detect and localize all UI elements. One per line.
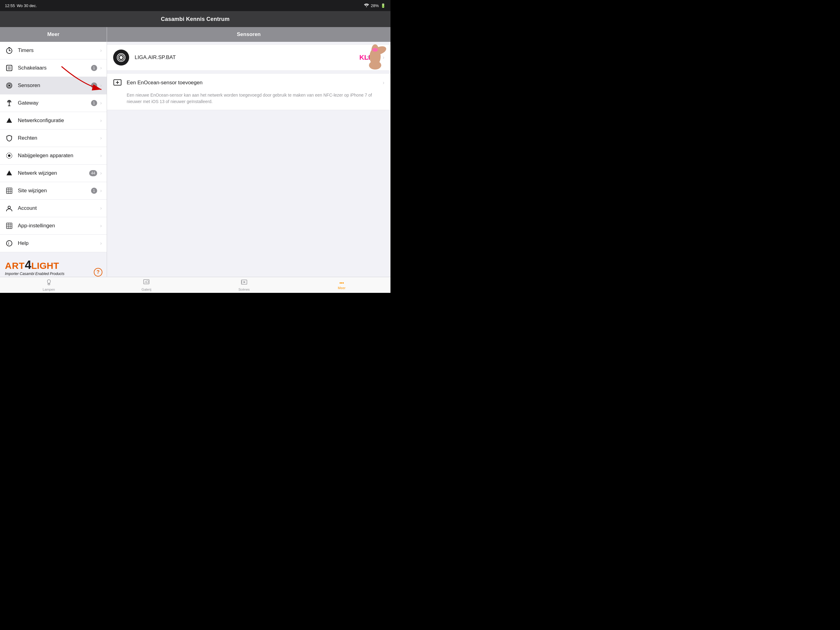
site-wijzigen-chevron: › bbox=[100, 188, 102, 193]
site-wijzigen-label: Site wijzigen bbox=[18, 188, 91, 194]
svg-rect-47 bbox=[146, 281, 148, 283]
svg-point-0 bbox=[366, 6, 367, 7]
logo: ART4LIGHT bbox=[5, 258, 102, 272]
add-sensor-icon bbox=[113, 78, 122, 87]
battery-icon: 🔋 bbox=[381, 3, 385, 8]
sidebar-item-sensoren[interactable]: Sensoren 1 › bbox=[0, 77, 107, 95]
add-sensor-label: Een EnOcean-sensor toevoegen bbox=[127, 80, 383, 86]
tab-galerij-label: Galerij bbox=[141, 288, 151, 291]
sensor-lux: 173 lux bbox=[364, 55, 379, 60]
tab-scenes-label: Scènes bbox=[238, 288, 249, 291]
tab-lampen[interactable]: Lampen bbox=[0, 279, 98, 291]
netwerkconfiguratie-label: Netwerkconfiguratie bbox=[18, 117, 99, 123]
site-wijzigen-icon bbox=[5, 187, 14, 195]
content-body: LIGA.AIR.SP.BAT 173 lux › KLIK bbox=[107, 42, 390, 277]
sensor-name: LIGA.AIR.SP.BAT bbox=[135, 54, 364, 60]
sidebar-group-1: Timers › Schakelaars 1 bbox=[0, 42, 107, 147]
sidebar-header: Meer bbox=[0, 27, 107, 42]
sensor-card-wrapper: LIGA.AIR.SP.BAT 173 lux › KLIK bbox=[107, 44, 390, 71]
help-question-icon[interactable]: ? bbox=[94, 268, 103, 277]
app-instellingen-icon bbox=[5, 222, 14, 230]
sidebar-item-account[interactable]: Account › bbox=[0, 199, 107, 217]
svg-point-15 bbox=[8, 154, 11, 157]
svg-point-8 bbox=[8, 85, 10, 86]
content-header: Sensoren bbox=[107, 27, 390, 42]
sensor-chevron: › bbox=[383, 55, 384, 60]
timers-icon bbox=[5, 46, 14, 55]
sidebar-item-app-instellingen[interactable]: App-instellingen › bbox=[0, 217, 107, 235]
netwerk-wijzigen-badge: 44 bbox=[89, 170, 97, 176]
content-area: Sensoren LIGA.AIR.SP.BAT 173 lu bbox=[107, 27, 390, 277]
rechten-chevron: › bbox=[100, 135, 102, 141]
sensoren-icon bbox=[5, 81, 14, 90]
schakelaars-badge: 1 bbox=[91, 65, 97, 71]
netwerk-wijzigen-label: Netwerk wijzigen bbox=[18, 170, 89, 176]
sidebar-item-help[interactable]: i Help › bbox=[0, 235, 107, 252]
gateway-icon bbox=[5, 99, 14, 108]
help-label: Help bbox=[18, 240, 99, 246]
svg-rect-5 bbox=[6, 65, 12, 71]
help-icon: i bbox=[5, 239, 14, 248]
nabijgelegen-label: Nabijgelegen apparaten bbox=[18, 153, 99, 159]
app-header: Casambi Kennis Centrum bbox=[0, 11, 390, 27]
sensoren-label: Sensoren bbox=[18, 82, 91, 89]
tab-lampen-label: Lampen bbox=[43, 288, 55, 291]
sensor-card[interactable]: LIGA.AIR.SP.BAT 173 lux › bbox=[107, 44, 390, 71]
sensor-icon-circle bbox=[113, 49, 129, 65]
tab-bar: Lampen A Galerij bbox=[0, 277, 390, 293]
lampen-tab-icon bbox=[46, 279, 52, 287]
sidebar-item-netwerk-wijzigen[interactable]: Netwerk wijzigen 44 › bbox=[0, 165, 107, 182]
sidebar-group-2: Nabijgelegen apparaten › Netwerk wijzige… bbox=[0, 147, 107, 252]
sidebar-item-nabijgelegen[interactable]: Nabijgelegen apparaten › bbox=[0, 147, 107, 165]
app-instellingen-label: App-instellingen bbox=[18, 223, 99, 229]
account-chevron: › bbox=[100, 206, 102, 211]
wifi-icon bbox=[364, 3, 369, 8]
scenes-tab-icon bbox=[241, 279, 248, 287]
tab-scenes[interactable]: Scènes bbox=[195, 279, 293, 291]
svg-marker-14 bbox=[6, 118, 12, 123]
logo-area: ART4LIGHT Importer Casambi Enabled Produ… bbox=[0, 253, 107, 277]
add-sensor-row[interactable]: Een EnOcean-sensor toevoegen › bbox=[107, 73, 390, 92]
netwerkconfiguratie-chevron: › bbox=[100, 118, 102, 123]
add-sensor-chevron: › bbox=[383, 80, 384, 85]
svg-text:A: A bbox=[145, 280, 146, 283]
svg-point-23 bbox=[8, 206, 11, 209]
sidebar-item-netwerkconfiguratie[interactable]: Netwerkconfiguratie › bbox=[0, 112, 107, 130]
tab-meer[interactable]: ••• Meer bbox=[293, 280, 391, 290]
gateway-badge: 1 bbox=[91, 100, 97, 106]
app-instellingen-chevron: › bbox=[100, 223, 102, 229]
galerij-tab-icon: A bbox=[143, 279, 150, 287]
svg-marker-49 bbox=[243, 281, 246, 283]
sensoren-badge: 1 bbox=[91, 82, 97, 89]
add-sensor-desc: Een nieuwe EnOcean-sensor kan aan het ne… bbox=[107, 92, 390, 110]
svg-point-29 bbox=[6, 241, 12, 246]
nabijgelegen-icon bbox=[5, 151, 14, 160]
site-wijzigen-badge: 1 bbox=[91, 188, 97, 194]
sidebar-item-rechten[interactable]: Rechten › bbox=[0, 130, 107, 147]
status-date: Wo 30 dec. bbox=[17, 3, 37, 8]
account-icon bbox=[5, 204, 14, 212]
app-title: Casambi Kennis Centrum bbox=[161, 16, 229, 22]
sidebar-item-schakelaars[interactable]: Schakelaars 1 › bbox=[0, 59, 107, 77]
add-sensor-card: Een EnOcean-sensor toevoegen › Een nieuw… bbox=[107, 73, 390, 110]
gateway-chevron: › bbox=[100, 100, 102, 106]
nabijgelegen-chevron: › bbox=[100, 153, 102, 158]
schakelaars-chevron: › bbox=[100, 65, 102, 71]
svg-rect-18 bbox=[6, 188, 12, 193]
netwerk-wijzigen-icon bbox=[5, 169, 14, 177]
account-label: Account bbox=[18, 205, 99, 211]
svg-rect-44 bbox=[48, 283, 50, 285]
schakelaars-label: Schakelaars bbox=[18, 65, 91, 71]
sidebar-item-site-wijzigen[interactable]: Site wijzigen 1 › bbox=[0, 182, 107, 199]
tab-meer-label: Meer bbox=[338, 286, 346, 290]
rechten-label: Rechten bbox=[18, 135, 99, 141]
sidebar: Meer Timers bbox=[0, 27, 107, 277]
logo-sub: Importer Casambi Enabled Products bbox=[5, 272, 102, 276]
schakelaars-icon bbox=[5, 64, 14, 72]
sidebar-item-timers[interactable]: Timers › bbox=[0, 42, 107, 59]
tab-galerij[interactable]: A Galerij bbox=[98, 279, 196, 291]
svg-rect-24 bbox=[6, 223, 12, 229]
sidebar-item-gateway[interactable]: Gateway 1 › bbox=[0, 95, 107, 112]
svg-marker-17 bbox=[6, 171, 12, 175]
battery-text: 28% bbox=[371, 3, 379, 8]
